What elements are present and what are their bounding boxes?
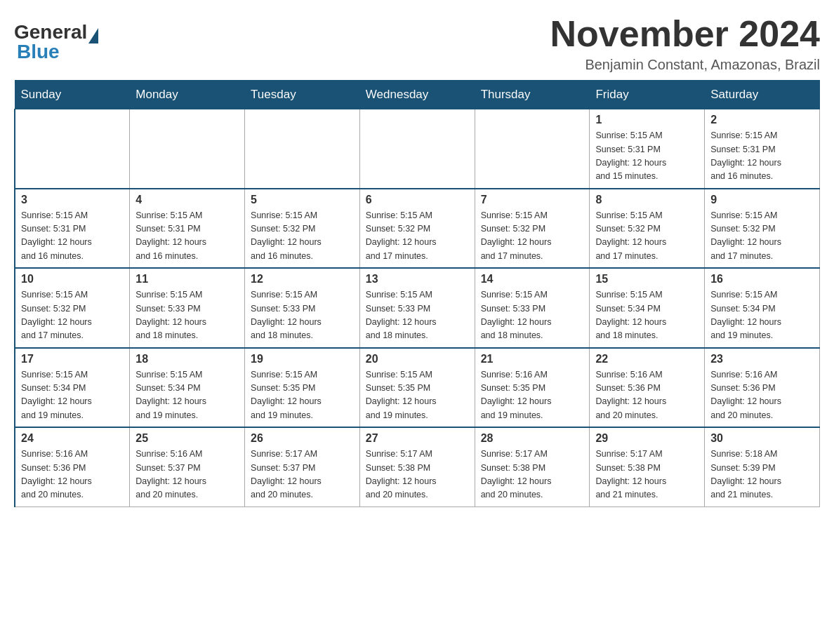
day-info: Sunrise: 5:15 AMSunset: 5:33 PMDaylight:…: [135, 288, 239, 343]
logo-text-container: General Blue: [14, 21, 98, 63]
day-info: Sunrise: 5:15 AMSunset: 5:34 PMDaylight:…: [710, 288, 814, 343]
day-number: 28: [481, 432, 584, 445]
day-info: Sunrise: 5:15 AMSunset: 5:32 PMDaylight:…: [21, 288, 124, 343]
calendar-cell: 21Sunrise: 5:16 AMSunset: 5:35 PMDayligh…: [475, 348, 590, 428]
day-info: Sunrise: 5:15 AMSunset: 5:31 PMDaylight:…: [595, 129, 699, 184]
day-number: 15: [595, 273, 699, 286]
calendar-header-sunday: Sunday: [15, 81, 130, 109]
day-info: Sunrise: 5:15 AMSunset: 5:33 PMDaylight:…: [251, 288, 354, 343]
calendar-cell: 4Sunrise: 5:15 AMSunset: 5:31 PMDaylight…: [130, 189, 245, 269]
day-number: 27: [366, 432, 469, 445]
day-number: 24: [21, 432, 124, 445]
day-info: Sunrise: 5:15 AMSunset: 5:34 PMDaylight:…: [135, 368, 239, 423]
day-info: Sunrise: 5:15 AMSunset: 5:31 PMDaylight:…: [135, 209, 239, 264]
logo: General Blue: [14, 21, 98, 63]
day-number: 21: [481, 353, 584, 365]
calendar-cell: 24Sunrise: 5:16 AMSunset: 5:36 PMDayligh…: [15, 427, 130, 507]
calendar-cell: 30Sunrise: 5:18 AMSunset: 5:39 PMDayligh…: [705, 427, 820, 507]
calendar-header-thursday: Thursday: [475, 81, 590, 109]
day-number: 9: [710, 194, 814, 206]
calendar-cell: 8Sunrise: 5:15 AMSunset: 5:32 PMDaylight…: [590, 189, 705, 269]
calendar-header-monday: Monday: [130, 81, 245, 109]
day-info: Sunrise: 5:17 AMSunset: 5:38 PMDaylight:…: [366, 448, 469, 502]
calendar-cell: 5Sunrise: 5:15 AMSunset: 5:32 PMDaylight…: [245, 189, 360, 269]
calendar-cell: [475, 109, 590, 189]
day-number: 20: [366, 353, 469, 365]
calendar-header-friday: Friday: [590, 81, 705, 109]
day-info: Sunrise: 5:15 AMSunset: 5:32 PMDaylight:…: [595, 209, 699, 264]
day-number: 23: [710, 353, 814, 365]
calendar-cell: 27Sunrise: 5:17 AMSunset: 5:38 PMDayligh…: [359, 427, 475, 507]
calendar-cell: 26Sunrise: 5:17 AMSunset: 5:37 PMDayligh…: [245, 427, 360, 507]
calendar-cell: 7Sunrise: 5:15 AMSunset: 5:32 PMDaylight…: [475, 189, 590, 269]
day-info: Sunrise: 5:15 AMSunset: 5:34 PMDaylight:…: [21, 368, 124, 423]
calendar-header-wednesday: Wednesday: [359, 81, 475, 109]
day-info: Sunrise: 5:15 AMSunset: 5:33 PMDaylight:…: [366, 288, 469, 343]
calendar-week-2: 3Sunrise: 5:15 AMSunset: 5:31 PMDaylight…: [15, 189, 820, 269]
calendar-cell: 17Sunrise: 5:15 AMSunset: 5:34 PMDayligh…: [15, 348, 130, 428]
calendar-cell: 22Sunrise: 5:16 AMSunset: 5:36 PMDayligh…: [590, 348, 705, 428]
day-number: 1: [595, 114, 699, 126]
day-number: 25: [135, 432, 239, 445]
calendar-cell: 1Sunrise: 5:15 AMSunset: 5:31 PMDaylight…: [590, 109, 705, 189]
calendar-cell: 6Sunrise: 5:15 AMSunset: 5:32 PMDaylight…: [359, 189, 475, 269]
day-number: 5: [251, 194, 354, 206]
calendar-cell: [130, 109, 245, 189]
calendar-week-4: 17Sunrise: 5:15 AMSunset: 5:34 PMDayligh…: [15, 348, 820, 428]
calendar-cell: 14Sunrise: 5:15 AMSunset: 5:33 PMDayligh…: [475, 268, 590, 348]
calendar-header-saturday: Saturday: [705, 81, 820, 109]
calendar-cell: 28Sunrise: 5:17 AMSunset: 5:38 PMDayligh…: [475, 427, 590, 507]
day-info: Sunrise: 5:15 AMSunset: 5:33 PMDaylight:…: [481, 288, 584, 343]
calendar-cell: 10Sunrise: 5:15 AMSunset: 5:32 PMDayligh…: [15, 268, 130, 348]
calendar-header-tuesday: Tuesday: [245, 81, 360, 109]
day-info: Sunrise: 5:18 AMSunset: 5:39 PMDaylight:…: [710, 448, 814, 502]
day-number: 7: [481, 194, 584, 206]
logo-blue: Blue: [17, 41, 98, 63]
page-header: General Blue November 2024 Benjamin Cons…: [14, 14, 820, 73]
day-number: 12: [251, 273, 354, 286]
title-area: November 2024 Benjamin Constant, Amazona…: [550, 14, 820, 73]
day-number: 29: [595, 432, 699, 445]
day-info: Sunrise: 5:15 AMSunset: 5:35 PMDaylight:…: [251, 368, 354, 423]
day-info: Sunrise: 5:16 AMSunset: 5:36 PMDaylight:…: [21, 448, 124, 502]
calendar-cell: 13Sunrise: 5:15 AMSunset: 5:33 PMDayligh…: [359, 268, 475, 348]
day-number: 26: [251, 432, 354, 445]
day-number: 4: [135, 194, 239, 206]
day-info: Sunrise: 5:16 AMSunset: 5:37 PMDaylight:…: [135, 448, 239, 502]
calendar-cell: 3Sunrise: 5:15 AMSunset: 5:31 PMDaylight…: [15, 189, 130, 269]
calendar-cell: [359, 109, 475, 189]
calendar-week-1: 1Sunrise: 5:15 AMSunset: 5:31 PMDaylight…: [15, 109, 820, 189]
day-info: Sunrise: 5:15 AMSunset: 5:32 PMDaylight:…: [710, 209, 814, 264]
day-number: 16: [710, 273, 814, 286]
calendar-cell: 16Sunrise: 5:15 AMSunset: 5:34 PMDayligh…: [705, 268, 820, 348]
calendar-cell: 2Sunrise: 5:15 AMSunset: 5:31 PMDaylight…: [705, 109, 820, 189]
calendar-cell: 20Sunrise: 5:15 AMSunset: 5:35 PMDayligh…: [359, 348, 475, 428]
calendar-cell: 25Sunrise: 5:16 AMSunset: 5:37 PMDayligh…: [130, 427, 245, 507]
calendar-cell: 9Sunrise: 5:15 AMSunset: 5:32 PMDaylight…: [705, 189, 820, 269]
calendar-cell: 23Sunrise: 5:16 AMSunset: 5:36 PMDayligh…: [705, 348, 820, 428]
day-info: Sunrise: 5:15 AMSunset: 5:34 PMDaylight:…: [595, 288, 699, 343]
calendar-cell: 18Sunrise: 5:15 AMSunset: 5:34 PMDayligh…: [130, 348, 245, 428]
location-subtitle: Benjamin Constant, Amazonas, Brazil: [550, 57, 820, 73]
day-number: 11: [135, 273, 239, 286]
calendar-table: SundayMondayTuesdayWednesdayThursdayFrid…: [14, 80, 820, 507]
calendar-header-row: SundayMondayTuesdayWednesdayThursdayFrid…: [15, 81, 820, 109]
day-info: Sunrise: 5:16 AMSunset: 5:36 PMDaylight:…: [710, 368, 814, 423]
day-number: 30: [710, 432, 814, 445]
day-number: 17: [21, 353, 124, 365]
day-info: Sunrise: 5:15 AMSunset: 5:32 PMDaylight:…: [366, 209, 469, 264]
day-number: 18: [135, 353, 239, 365]
day-info: Sunrise: 5:15 AMSunset: 5:35 PMDaylight:…: [366, 368, 469, 423]
day-info: Sunrise: 5:15 AMSunset: 5:32 PMDaylight:…: [251, 209, 354, 264]
calendar-cell: [245, 109, 360, 189]
day-number: 8: [595, 194, 699, 206]
day-number: 6: [366, 194, 469, 206]
day-info: Sunrise: 5:17 AMSunset: 5:38 PMDaylight:…: [595, 448, 699, 502]
day-info: Sunrise: 5:16 AMSunset: 5:35 PMDaylight:…: [481, 368, 584, 423]
day-number: 2: [710, 114, 814, 126]
calendar-week-5: 24Sunrise: 5:16 AMSunset: 5:36 PMDayligh…: [15, 427, 820, 507]
calendar-cell: 11Sunrise: 5:15 AMSunset: 5:33 PMDayligh…: [130, 268, 245, 348]
day-info: Sunrise: 5:15 AMSunset: 5:32 PMDaylight:…: [481, 209, 584, 264]
day-info: Sunrise: 5:16 AMSunset: 5:36 PMDaylight:…: [595, 368, 699, 423]
day-info: Sunrise: 5:15 AMSunset: 5:31 PMDaylight:…: [21, 209, 124, 264]
